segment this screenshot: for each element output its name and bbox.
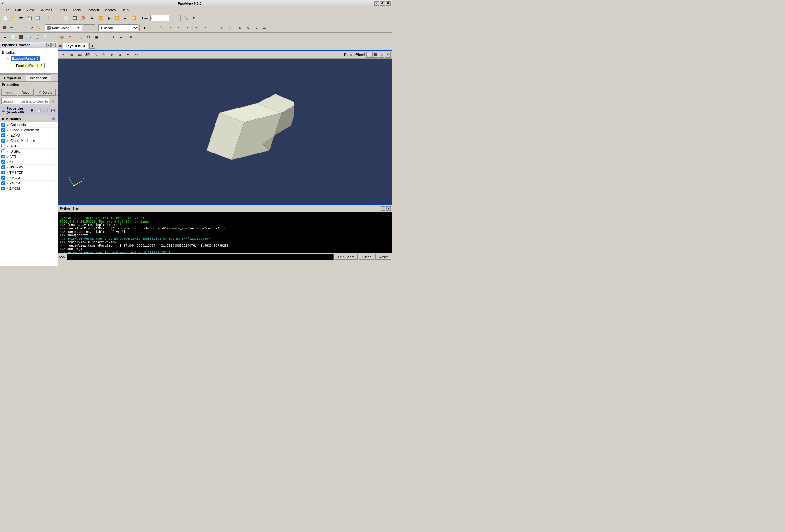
view-interact-btn[interactable]: ⬅: [60, 51, 67, 58]
apply-button[interactable]: Apply: [1, 89, 17, 96]
variables-collapse-icon[interactable]: ▶: [2, 117, 4, 121]
view-layout-single[interactable]: ⬜: [366, 52, 372, 57]
render-canvas[interactable]: X Y Z: [58, 59, 392, 205]
view-reset-btn[interactable]: ⊞: [68, 51, 75, 58]
save-props-icon[interactable]: 💾: [50, 108, 56, 113]
var-check-vel[interactable]: [1, 155, 5, 158]
reset-shell-button[interactable]: Reset: [375, 254, 391, 260]
next-frame-button[interactable]: ⏩: [113, 15, 121, 22]
time-box[interactable]: [170, 15, 179, 21]
restore-button[interactable]: 🗗: [380, 1, 385, 6]
visibility-icon[interactable]: 👁: [6, 57, 9, 60]
var-check-global-element[interactable]: [1, 128, 5, 132]
pipeline-browser-pin[interactable]: 🗕: [46, 43, 51, 47]
tb2-btn6[interactable]: 📐: [36, 25, 42, 31]
cube-btn[interactable]: ⬛: [18, 33, 25, 41]
loop-button[interactable]: 🔁: [130, 15, 137, 22]
var-check-eqps[interactable]: [1, 133, 5, 137]
view-more-btn[interactable]: >>: [132, 51, 140, 58]
view-cells-btn[interactable]: ⊡: [116, 51, 124, 58]
play-button[interactable]: ▶: [105, 15, 113, 22]
tb2-btn1[interactable]: ⬛: [1, 25, 7, 31]
var-check-global-node[interactable]: [1, 139, 5, 142]
save-button[interactable]: 💾: [26, 15, 33, 22]
var-check-accl[interactable]: [1, 144, 5, 148]
menu-sources[interactable]: Sources: [37, 7, 54, 12]
search-settings-btn[interactable]: ⚙: [50, 98, 56, 104]
view3d-btn[interactable]: 🧊: [26, 33, 33, 41]
pipeline-reader-label[interactable]: ExodusIIReader1: [10, 56, 40, 61]
zplus-btn[interactable]: +Z: [200, 24, 209, 32]
view-layout-split-v[interactable]: ▭: [379, 52, 384, 57]
python-shell-close[interactable]: ✕: [386, 206, 390, 211]
var-check-displ[interactable]: [1, 150, 5, 153]
calc-btn[interactable]: 🖩: [1, 33, 9, 41]
select-cam-btn[interactable]: 📷: [261, 24, 268, 32]
python-shell-pin[interactable]: 🗕: [381, 206, 385, 211]
var-check-zmom[interactable]: [1, 187, 5, 190]
menu-edit[interactable]: Edit: [12, 7, 23, 12]
surface-dropdown[interactable]: Surface Surface With Edges Wireframe Poi…: [98, 24, 138, 31]
obj-btn[interactable]: 📦: [58, 33, 66, 41]
python-shell-content[interactable]: >>> Python 3.6.3 (default, Oct 15 2019, …: [58, 212, 392, 252]
menu-macros[interactable]: Macros: [102, 7, 118, 12]
copy-icon[interactable]: ⎘: [29, 108, 35, 113]
view-layout-split-h[interactable]: ⬛: [373, 52, 378, 57]
chart-btn[interactable]: 📊: [9, 33, 17, 41]
tb2-btn4[interactable]: ↕: [22, 25, 28, 31]
tab-properties[interactable]: Properties: [0, 74, 25, 81]
first-frame-button[interactable]: ⏮: [89, 15, 97, 22]
view-orient-btn[interactable]: ✦: [124, 51, 132, 58]
var-check-object-ids[interactable]: [1, 123, 5, 127]
pick-button[interactable]: 🎯: [79, 15, 86, 22]
zminus-btn[interactable]: -Z: [209, 24, 217, 32]
menu-view[interactable]: View: [24, 7, 36, 12]
yplus-btn[interactable]: +Y: [183, 24, 191, 32]
rotate-ccw-btn[interactable]: ↺: [226, 24, 234, 32]
view-zoom-btn[interactable]: 🔍: [92, 51, 99, 58]
help-button[interactable]: ?: [57, 89, 57, 96]
solid-color-button[interactable]: Solid Color ▼: [45, 24, 82, 31]
tb2-btn5[interactable]: ⤢: [29, 25, 35, 31]
zoom-in-btn[interactable]: ⊕: [245, 24, 252, 32]
pipeline-reader-item[interactable]: 👁 ExodusIIReader1: [1, 55, 56, 61]
settings-button[interactable]: ⚙: [190, 15, 198, 22]
clear-button[interactable]: Clear: [359, 254, 374, 260]
orient-btn3[interactable]: 🔍: [157, 24, 165, 32]
new-button[interactable]: 📄: [1, 15, 9, 22]
select-poly-btn[interactable]: ⬡: [85, 33, 92, 41]
tab-information[interactable]: Information: [26, 74, 51, 81]
yminus-btn[interactable]: -Y: [192, 24, 200, 32]
menu-catalyst[interactable]: Catalyst: [84, 7, 101, 12]
close-button[interactable]: 🗙: [386, 1, 390, 6]
var-check-ke[interactable]: [1, 160, 5, 164]
select-block-btn[interactable]: +: [117, 33, 125, 41]
menu-help[interactable]: Help: [119, 7, 131, 12]
menu-filters[interactable]: Filters: [55, 7, 70, 12]
ruler-btn[interactable]: ✏: [128, 33, 135, 41]
select-thru-btn[interactable]: ✦: [109, 33, 117, 41]
select-surf-btn[interactable]: ▣: [93, 33, 100, 41]
redo-button[interactable]: ↪: [52, 15, 60, 22]
section-collapse-icon[interactable]: ▬: [2, 108, 5, 112]
xplus-btn[interactable]: +X: [166, 24, 174, 32]
reset-button[interactable]: Reset: [18, 89, 34, 96]
zoom-out-btn[interactable]: ⊖: [253, 24, 260, 32]
save-state-button[interactable]: 🗺: [18, 15, 25, 22]
view-pts-btn[interactable]: ⊕: [108, 51, 116, 58]
layout-tab-1[interactable]: Layout #1 ✕: [63, 43, 88, 49]
paste-icon[interactable]: 📋: [36, 108, 42, 113]
reload-button[interactable]: 🔄: [34, 15, 41, 22]
layout-tab-close[interactable]: ✕: [83, 44, 85, 48]
magnify-button[interactable]: 🔍: [182, 15, 189, 22]
time-input[interactable]: [150, 15, 169, 21]
interact-button[interactable]: ⬜: [62, 15, 70, 22]
var-check-ymom[interactable]: [1, 181, 5, 185]
tb2-btn3[interactable]: ↔: [15, 25, 21, 31]
last-frame-button[interactable]: ⏭: [122, 15, 129, 22]
sphere-btn[interactable]: ⚪: [42, 33, 49, 41]
python-input-field[interactable]: [67, 254, 334, 260]
variables-plus-icon[interactable]: ⊕: [52, 116, 56, 121]
var-check-xmom[interactable]: [1, 176, 5, 180]
run-script-button[interactable]: Run Script: [335, 254, 358, 260]
